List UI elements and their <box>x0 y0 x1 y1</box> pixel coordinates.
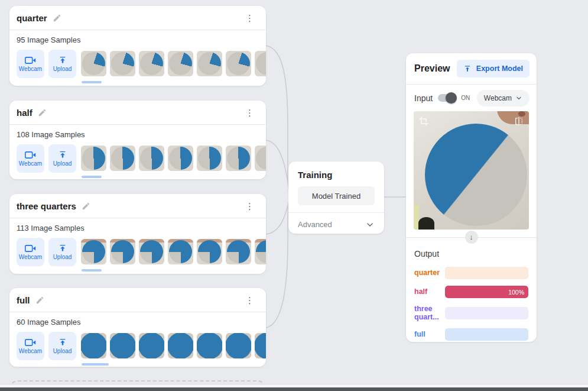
upload-button[interactable]: Upload <box>48 50 76 78</box>
webcam-finger <box>497 111 529 124</box>
collapse-output-button[interactable]: ↓ <box>465 231 478 244</box>
sample-thumbnail[interactable] <box>197 239 222 264</box>
output-class-label: three quart... <box>414 305 445 322</box>
confidence-bar <box>445 267 528 279</box>
webcam-button-label: Webcam <box>19 348 42 354</box>
sample-thumbnail[interactable] <box>110 239 135 264</box>
model-trained-button[interactable]: Model Trained <box>298 186 375 205</box>
videocam-icon <box>25 244 36 253</box>
advanced-label: Advanced <box>298 220 332 229</box>
sample-thumbnail[interactable] <box>168 51 193 76</box>
webcam-button[interactable]: Webcam <box>17 50 44 78</box>
preview-panel: Preview Export Model Input ON Webcam ↓ O… <box>406 53 537 342</box>
sample-thumbnail[interactable] <box>197 51 222 76</box>
chevron-down-icon <box>515 95 522 102</box>
advanced-toggle[interactable]: Advanced <box>288 212 384 236</box>
thumbnail-scrollbar[interactable] <box>82 176 102 178</box>
sample-thumbnail[interactable] <box>168 146 193 171</box>
sample-thumbnail-strip[interactable] <box>81 51 266 76</box>
class-card-header: full ⋮ <box>9 288 266 312</box>
sample-thumbnail[interactable] <box>81 146 106 171</box>
sample-thumbnail[interactable] <box>226 333 251 358</box>
sample-thumbnail[interactable] <box>226 146 251 171</box>
confidence-bar: 100% <box>445 286 528 298</box>
webcam-subject-circle <box>425 124 527 226</box>
sample-thumbnail[interactable] <box>197 333 222 358</box>
class-card-body: 95 Image Samples Webcam Upload <box>9 30 266 86</box>
class-card-three-quarters: three quarters ⋮ 113 Image Samples Webca… <box>9 194 266 274</box>
output-class-label: half <box>414 287 445 296</box>
upload-icon <box>58 244 67 253</box>
sample-thumbnail[interactable] <box>255 333 266 358</box>
upload-icon <box>58 338 67 347</box>
sample-thumbnail-strip[interactable] <box>81 239 266 264</box>
edit-pencil-icon[interactable] <box>53 14 61 22</box>
thumbnail-scrollbar[interactable] <box>82 269 102 272</box>
class-menu-icon[interactable]: ⋮ <box>242 106 258 119</box>
sample-thumbnail[interactable] <box>139 146 164 171</box>
class-card-half: half ⋮ 108 Image Samples Webcam Upload <box>9 101 266 179</box>
upload-button[interactable]: Upload <box>48 332 76 360</box>
training-title: Training <box>298 170 375 180</box>
upload-button[interactable]: Upload <box>48 144 76 173</box>
upload-button-label: Upload <box>53 160 72 167</box>
videocam-icon <box>25 151 36 159</box>
input-toggle[interactable] <box>438 94 456 102</box>
export-model-button[interactable]: Export Model <box>457 60 529 77</box>
webcam-button[interactable]: Webcam <box>17 144 44 173</box>
class-menu-icon[interactable]: ⋮ <box>242 11 258 25</box>
sample-thumbnail[interactable] <box>110 146 135 171</box>
upload-button-label: Upload <box>53 254 72 260</box>
webcam-button[interactable]: Webcam <box>17 238 44 266</box>
edit-pencil-icon[interactable] <box>35 296 44 305</box>
sample-thumbnail[interactable] <box>255 239 266 264</box>
input-source-select[interactable]: Webcam <box>477 90 529 106</box>
class-name: three quarters <box>17 201 76 211</box>
sample-thumbnail[interactable] <box>197 146 222 171</box>
preview-header: Preview Export Model <box>406 53 537 85</box>
sample-thumbnail[interactable] <box>168 333 193 358</box>
class-menu-icon[interactable]: ⋮ <box>242 293 258 307</box>
class-name: half <box>17 108 33 118</box>
upload-icon <box>58 56 67 64</box>
sample-thumbnail[interactable] <box>139 51 164 76</box>
output-row-quarter: quarter <box>414 267 528 279</box>
toggle-knob <box>446 92 457 104</box>
sample-thumbnail[interactable] <box>139 239 164 264</box>
sample-thumbnail[interactable] <box>81 239 106 264</box>
input-source-label: Webcam <box>484 94 512 102</box>
sample-count-label: 60 Image Samples <box>17 318 266 327</box>
input-label: Input <box>414 93 433 103</box>
sample-thumbnail[interactable] <box>226 51 251 76</box>
flip-horizontal-icon[interactable] <box>514 117 524 128</box>
training-card: Training Model Trained Advanced <box>288 161 384 234</box>
sample-thumbnail[interactable] <box>110 51 135 76</box>
thumbnail-scrollbar[interactable] <box>82 363 109 366</box>
sample-thumbnail-strip[interactable] <box>81 146 266 171</box>
sample-thumbnail[interactable] <box>255 146 266 171</box>
webcam-button[interactable]: Webcam <box>17 332 44 360</box>
upload-button-label: Upload <box>53 348 72 354</box>
thumbnail-scrollbar[interactable] <box>82 81 102 83</box>
class-card-body: 108 Image Samples Webcam Upload <box>9 125 266 179</box>
sample-thumbnail[interactable] <box>168 239 193 264</box>
edit-pencil-icon[interactable] <box>38 108 47 117</box>
sample-count-label: 113 Image Samples <box>17 224 266 232</box>
input-row: Input ON Webcam <box>406 85 537 111</box>
upload-icon <box>58 150 67 159</box>
sample-count-label: 95 Image Samples <box>17 35 266 44</box>
output-collapse-row: ↓ <box>406 230 537 245</box>
sample-thumbnail-strip[interactable] <box>81 333 266 358</box>
upload-button[interactable]: Upload <box>48 238 76 266</box>
webcam-button-label: Webcam <box>19 66 42 72</box>
sample-thumbnail[interactable] <box>110 333 135 358</box>
output-row-full: full <box>414 328 528 341</box>
sample-thumbnail[interactable] <box>255 51 266 76</box>
sample-thumbnail[interactable] <box>81 333 106 358</box>
crop-icon[interactable] <box>419 117 428 128</box>
edit-pencil-icon[interactable] <box>82 202 90 211</box>
sample-thumbnail[interactable] <box>139 333 164 358</box>
class-menu-icon[interactable]: ⋮ <box>242 199 258 213</box>
sample-thumbnail[interactable] <box>81 51 106 76</box>
sample-thumbnail[interactable] <box>226 239 251 264</box>
